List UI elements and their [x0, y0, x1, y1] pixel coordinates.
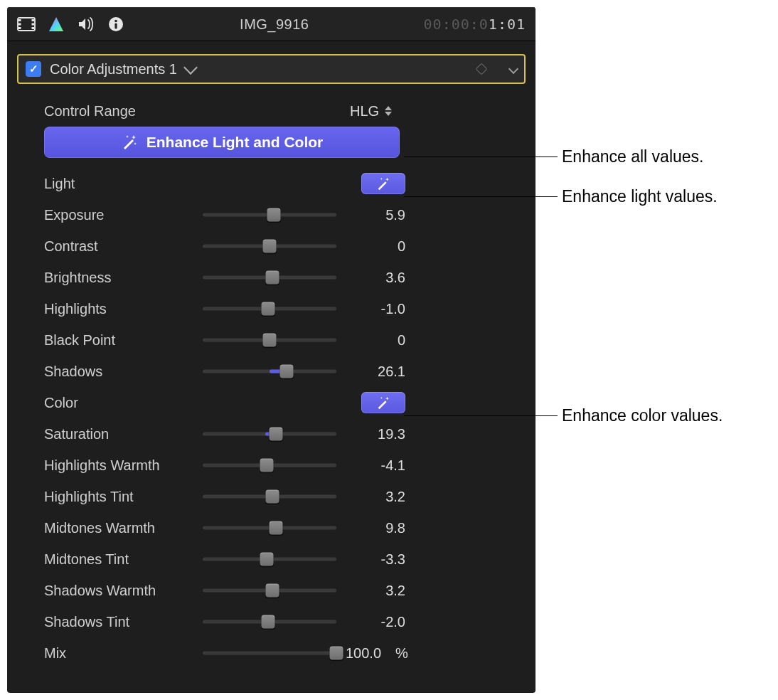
highlights-warmth-slider[interactable] — [203, 458, 336, 472]
audio-tab-icon[interactable] — [77, 16, 95, 32]
chevron-down-icon[interactable] — [508, 64, 518, 74]
contrast-label: Contrast — [44, 238, 193, 255]
slider-row-black-point: Black Point0 — [44, 324, 524, 356]
clip-title: IMG_9916 — [240, 16, 309, 33]
midtones-warmth-value[interactable]: 9.8 — [346, 520, 410, 536]
shadows-label: Shadows — [44, 364, 193, 380]
enhance-light-and-color-button[interactable]: Enhance Light and Color — [44, 127, 400, 158]
effect-title: Color Adjustments 1 — [50, 61, 177, 78]
brightness-value[interactable]: 3.6 — [346, 270, 410, 286]
shadows-warmth-slider[interactable] — [203, 583, 336, 598]
enhance-button-label: Enhance Light and Color — [146, 134, 324, 151]
shadows-slider[interactable] — [203, 364, 336, 378]
black-point-label: Black Point — [44, 332, 193, 349]
slider-row-midtones-warmth: Midtones Warmth9.8 — [44, 512, 524, 543]
effect-enable-checkbox[interactable]: ✓ — [26, 61, 41, 77]
chevron-down-icon[interactable] — [183, 60, 198, 75]
light-section-label: Light — [44, 176, 193, 192]
highlights-tint-value[interactable]: 3.2 — [346, 489, 410, 505]
svg-rect-1 — [18, 19, 21, 21]
enhance-light-button[interactable] — [361, 173, 405, 194]
control-range-row: Control Range HLG — [44, 95, 524, 127]
wand-icon — [375, 395, 391, 410]
enhance-color-button[interactable] — [361, 392, 405, 413]
info-tab-icon[interactable] — [107, 16, 125, 32]
stepper-icon[interactable] — [383, 106, 393, 116]
shadows-value[interactable]: 26.1 — [346, 364, 410, 380]
exposure-thumb[interactable] — [267, 208, 280, 222]
saturation-slider[interactable] — [203, 427, 336, 441]
wand-icon — [375, 176, 391, 191]
video-tab-icon[interactable] — [17, 16, 36, 32]
brightness-slider[interactable] — [203, 270, 336, 285]
mix-thumb[interactable] — [330, 647, 343, 660]
svg-rect-10 — [114, 23, 117, 29]
slider-row-shadows-tint: Shadows Tint-2.0 — [44, 606, 524, 637]
shadows-warmth-thumb[interactable] — [265, 584, 279, 598]
highlights-thumb[interactable] — [262, 302, 275, 316]
slider-row-shadows-warmth: Shadows Warmth3.2 — [44, 575, 524, 606]
shadows-tint-label: Shadows Tint — [44, 614, 193, 630]
exposure-label: Exposure — [44, 207, 193, 223]
brightness-thumb[interactable] — [265, 271, 279, 285]
exposure-slider[interactable] — [203, 208, 336, 222]
slider-row-highlights-warmth: Highlights Warmth-4.1 — [44, 450, 524, 481]
midtones-tint-slider[interactable] — [203, 552, 336, 566]
control-range-label: Control Range — [44, 103, 193, 120]
timecode-prefix: 00:00:0 — [424, 16, 489, 33]
highlights-warmth-label: Highlights Warmth — [44, 457, 193, 474]
brightness-label: Brightness — [44, 270, 193, 286]
effect-header[interactable]: ✓ Color Adjustments 1 — [17, 54, 526, 84]
keyframe-icon[interactable] — [476, 63, 488, 75]
black-point-thumb[interactable] — [263, 334, 277, 347]
highlights-warmth-thumb[interactable] — [260, 459, 274, 472]
midtones-tint-value[interactable]: -3.3 — [346, 551, 410, 568]
highlights-slider[interactable] — [203, 302, 336, 316]
mix-slider[interactable] — [203, 646, 336, 660]
svg-rect-2 — [18, 23, 21, 26]
midtones-warmth-label: Midtones Warmth — [44, 520, 193, 536]
shadows-tint-slider[interactable] — [203, 615, 336, 629]
black-point-slider[interactable] — [203, 333, 336, 347]
callout-enhance-color: Enhance color values. — [404, 406, 723, 425]
slider-row-highlights: Highlights-1.0 — [44, 293, 524, 324]
color-tab-icon[interactable] — [47, 16, 65, 32]
parameter-rows: Control Range HLG Enhance Light and Colo… — [7, 95, 535, 669]
shadows-warmth-value[interactable]: 3.2 — [346, 583, 410, 599]
slider-row-mix: Mix100.0 % — [44, 637, 524, 669]
svg-rect-5 — [32, 23, 35, 26]
midtones-tint-label: Midtones Tint — [44, 551, 193, 568]
slider-row-shadows: Shadows26.1 — [44, 356, 524, 387]
control-range-value[interactable]: HLG — [346, 103, 410, 120]
highlights-tint-thumb[interactable] — [265, 490, 279, 504]
midtones-warmth-slider[interactable] — [203, 521, 336, 535]
inspector-panel: IMG_9916 00:00:01:01 ✓ Color Adjustments… — [7, 7, 535, 693]
highlights-warmth-value[interactable]: -4.1 — [346, 457, 410, 474]
svg-rect-4 — [32, 19, 35, 21]
midtones-tint-thumb[interactable] — [260, 553, 274, 566]
highlights-tint-slider[interactable] — [203, 489, 336, 504]
exposure-value[interactable]: 5.9 — [346, 207, 410, 223]
shadows-tint-thumb[interactable] — [262, 615, 275, 629]
slider-row-contrast: Contrast0 — [44, 230, 524, 262]
timecode-end: 1:01 — [489, 16, 526, 33]
svg-marker-7 — [49, 17, 63, 31]
saturation-thumb[interactable] — [270, 428, 283, 441]
svg-rect-6 — [32, 27, 35, 29]
contrast-value[interactable]: 0 — [346, 238, 410, 255]
slider-row-brightness: Brightness3.6 — [44, 262, 524, 293]
black-point-value[interactable]: 0 — [346, 332, 410, 349]
inspector-toolbar: IMG_9916 00:00:01:01 — [7, 7, 535, 41]
highlights-value[interactable]: -1.0 — [346, 301, 410, 317]
shadows-tint-value[interactable]: -2.0 — [346, 614, 410, 630]
mix-value[interactable]: 100.0 % — [346, 645, 412, 662]
slider-row-midtones-tint: Midtones Tint-3.3 — [44, 543, 524, 575]
midtones-warmth-thumb[interactable] — [270, 521, 283, 535]
control-range-value-text: HLG — [350, 103, 379, 120]
contrast-thumb[interactable] — [263, 240, 277, 253]
saturation-value[interactable]: 19.3 — [346, 426, 410, 442]
contrast-slider[interactable] — [203, 239, 336, 253]
mix-label: Mix — [44, 645, 193, 662]
shadows-thumb[interactable] — [280, 365, 294, 378]
slider-row-highlights-tint: Highlights Tint3.2 — [44, 481, 524, 512]
